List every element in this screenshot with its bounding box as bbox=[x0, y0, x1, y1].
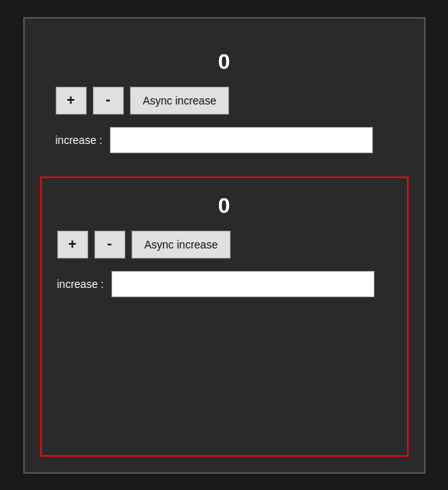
counter-section-1: 0 + - Async increase increase : bbox=[40, 34, 409, 161]
increase-input-2[interactable] bbox=[111, 271, 374, 297]
minus-button-2[interactable]: - bbox=[94, 231, 125, 259]
plus-button-2[interactable]: + bbox=[57, 231, 88, 259]
async-increase-button-2[interactable]: Async increase bbox=[132, 231, 231, 259]
increase-label-2: increase : bbox=[57, 278, 104, 290]
async-increase-button-1[interactable]: Async increase bbox=[130, 87, 230, 115]
count-display-2: 0 bbox=[50, 194, 399, 218]
minus-button-1[interactable]: - bbox=[93, 87, 124, 115]
count-display-1: 0 bbox=[48, 50, 401, 74]
buttons-row-1: + - Async increase bbox=[48, 87, 401, 115]
counter-section-2: 0 + - Async increase increase : bbox=[40, 176, 409, 457]
buttons-row-2: + - Async increase bbox=[50, 231, 399, 259]
increase-row-1: increase : bbox=[48, 127, 401, 153]
increase-label-1: increase : bbox=[56, 134, 103, 146]
increase-input-1[interactable] bbox=[110, 127, 373, 153]
plus-button-1[interactable]: + bbox=[56, 87, 87, 115]
increase-row-2: increase : bbox=[50, 271, 399, 297]
main-container: 0 + - Async increase increase : 0 + - As… bbox=[23, 17, 426, 474]
